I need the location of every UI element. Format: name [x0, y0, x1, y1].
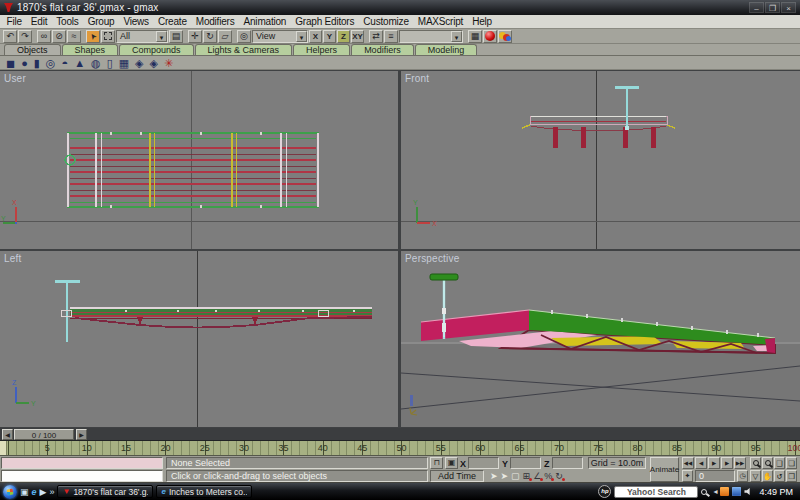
viewport-label-perspective[interactable]: Perspective [405, 253, 459, 264]
search-icon[interactable] [701, 489, 707, 495]
create-teapot-icon[interactable]: ◓ [61, 57, 68, 69]
field-of-view-button[interactable]: ▽ [750, 470, 761, 482]
hp-logo[interactable]: hp [598, 485, 611, 498]
viewport-label-front[interactable]: Front [405, 73, 429, 84]
viewport-label-user[interactable]: User [4, 73, 26, 84]
yahoo-search-input[interactable] [614, 486, 698, 498]
create-space-warp-icon[interactable]: ✳ [164, 57, 173, 69]
maximize-button[interactable]: ❐ [765, 2, 780, 13]
menu-item-animation[interactable]: Animation [239, 16, 291, 27]
restrict-y-button[interactable]: Y [323, 30, 336, 43]
next-frame-button[interactable]: ▶ [721, 457, 733, 469]
redo-icon[interactable]: ↷ [18, 30, 32, 43]
time-slider-back-icon[interactable]: ◀ [2, 429, 13, 440]
create-helper-icon[interactable]: ◈ [135, 57, 143, 69]
x-coordinate-field[interactable] [468, 457, 499, 469]
menu-item-edit[interactable]: Edit [26, 16, 51, 27]
select-and-rotate-button[interactable]: ↻ [203, 30, 217, 43]
close-button[interactable]: × [781, 2, 796, 13]
named-selection-dropdown[interactable]: ▾ [399, 30, 463, 43]
bind-to-space-warp-icon[interactable]: ≈ [67, 30, 81, 43]
z-coordinate-field[interactable] [552, 457, 583, 469]
menu-item-create[interactable]: Create [153, 16, 191, 27]
cursor-tool-icon[interactable]: ➤ [490, 471, 498, 481]
material-editor-button[interactable] [483, 30, 497, 43]
track-view-button[interactable]: ▦ [468, 30, 482, 43]
tab-modifiers[interactable]: Modifiers [351, 44, 414, 55]
create-torus-icon[interactable]: ◎ [46, 57, 56, 69]
viewport-label-left[interactable]: Left [4, 253, 21, 264]
menu-item-customize[interactable]: Customize [359, 16, 413, 27]
key-mode-toggle[interactable]: ✦ [682, 470, 693, 482]
mirror-button[interactable]: ⇄ [369, 30, 383, 43]
security-tray-icon[interactable] [720, 487, 729, 496]
select-and-scale-button[interactable]: ▱ [218, 30, 232, 43]
tab-objects[interactable]: Objects [4, 44, 61, 55]
create-geosphere-icon[interactable]: ◍ [91, 57, 101, 69]
menu-item-maxscript[interactable]: MAXScript [413, 16, 467, 27]
menu-item-tools[interactable]: Tools [52, 16, 83, 27]
menu-item-group[interactable]: Group [83, 16, 119, 27]
select-object-button[interactable]: ➤ [86, 30, 100, 43]
rectangular-selection-region-button[interactable] [101, 30, 115, 43]
viewport-user[interactable]: X Y User [0, 71, 398, 249]
increment-tool-icon[interactable]: ➤ [501, 471, 509, 481]
menu-item-graph-editors[interactable]: Graph Editors [291, 16, 359, 27]
selection-filter-dropdown[interactable]: All ▾ [116, 30, 168, 43]
current-frame-field[interactable]: 0 [695, 470, 735, 482]
quick-launch-overflow-icon[interactable]: » [49, 487, 54, 497]
min-max-toggle-button[interactable]: ❐ [786, 470, 797, 482]
zoom-extents-button[interactable]: ❑ [774, 457, 785, 469]
go-to-end-button[interactable]: ▶▶ [734, 457, 746, 469]
create-tube-icon[interactable]: ▯ [107, 57, 113, 69]
select-and-link-icon[interactable]: ∞ [37, 30, 51, 43]
start-button[interactable] [3, 485, 17, 499]
volume-icon[interactable] [744, 488, 752, 496]
reference-coordinate-dropdown[interactable]: View ▾ [252, 30, 308, 43]
create-cylinder-icon[interactable]: ▮ [34, 57, 40, 69]
media-player-icon[interactable]: ▶ [40, 487, 47, 497]
timeline-ruler[interactable]: 5101520253035404550556065707580859095100 [0, 441, 800, 456]
selection-lock-icon[interactable]: ⊓ [430, 457, 443, 469]
tab-modeling[interactable]: Modeling [415, 44, 478, 55]
show-desktop-icon[interactable]: ▣ [20, 487, 29, 497]
create-cone-icon[interactable]: ▲ [74, 57, 85, 69]
restrict-x-button[interactable]: X [309, 30, 322, 43]
pan-button[interactable]: ✋ [762, 470, 773, 482]
restrict-z-button[interactable]: Z [337, 30, 350, 43]
tab-compounds[interactable]: Compounds [119, 44, 194, 55]
menu-item-views[interactable]: Views [119, 16, 154, 27]
viewport-perspective[interactable]: Perspective [401, 251, 800, 427]
previous-frame-button[interactable]: ◀ [695, 457, 707, 469]
tab-shapes[interactable]: Shapes [62, 44, 119, 55]
render-button[interactable] [498, 30, 512, 43]
network-tray-icon[interactable] [732, 487, 741, 496]
add-time-tag-button[interactable]: Add Time Tag [430, 470, 484, 482]
undo-icon[interactable]: ↶ [3, 30, 17, 43]
cube-tool-icon[interactable]: ▢ [511, 471, 520, 481]
zoom-extents-all-button[interactable]: ❏ [786, 457, 797, 469]
zoom-button[interactable] [750, 457, 761, 469]
restrict-plane-button[interactable]: XY [351, 30, 364, 43]
viewport-front[interactable]: Y X Front [401, 71, 800, 249]
select-by-name-button[interactable]: ▤ [169, 30, 183, 43]
percent-snap-icon[interactable]: % [544, 471, 552, 481]
tray-expand-icon[interactable]: ◂ [713, 487, 717, 496]
use-center-button[interactable]: ◎ [237, 30, 251, 43]
select-and-move-button[interactable]: ✛ [188, 30, 202, 43]
tab-helpers[interactable]: Helpers [293, 44, 350, 55]
time-slider-track[interactable]: ◀ 0 / 100 ▶ [0, 428, 800, 441]
time-configuration-button[interactable]: ◷ [737, 470, 748, 482]
unlink-selection-icon[interactable]: ⊘ [52, 30, 66, 43]
menu-item-file[interactable]: File [2, 16, 26, 27]
menu-item-help[interactable]: Help [468, 16, 497, 27]
viewport-left[interactable]: Z Y Left [0, 251, 398, 427]
create-sphere-icon[interactable]: ● [21, 57, 28, 69]
internet-explorer-icon[interactable]: e [32, 487, 37, 497]
y-coordinate-field[interactable] [510, 457, 541, 469]
animate-button[interactable]: Animate [650, 457, 679, 482]
create-helper-gizmo-icon[interactable]: ◈ [150, 57, 158, 69]
absolute-mode-icon[interactable]: ▣ [445, 457, 458, 469]
time-slider-handle[interactable]: 0 / 100 [14, 429, 74, 440]
maxscript-mini-listener-macro[interactable] [1, 457, 163, 469]
